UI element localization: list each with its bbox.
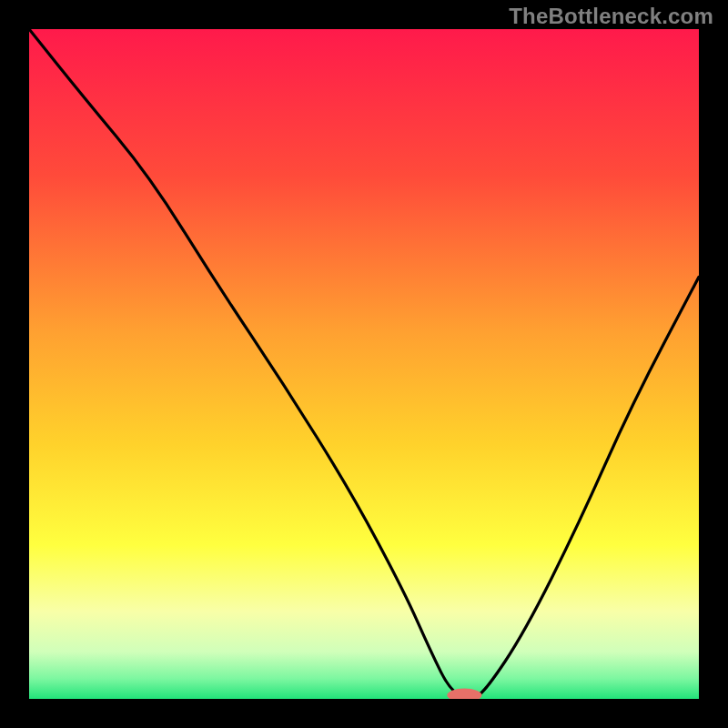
chart-background [29,29,699,699]
bottleneck-chart [29,29,699,699]
watermark-text: TheBottleneck.com [509,4,713,29]
chart-frame: TheBottleneck.com [0,0,728,728]
